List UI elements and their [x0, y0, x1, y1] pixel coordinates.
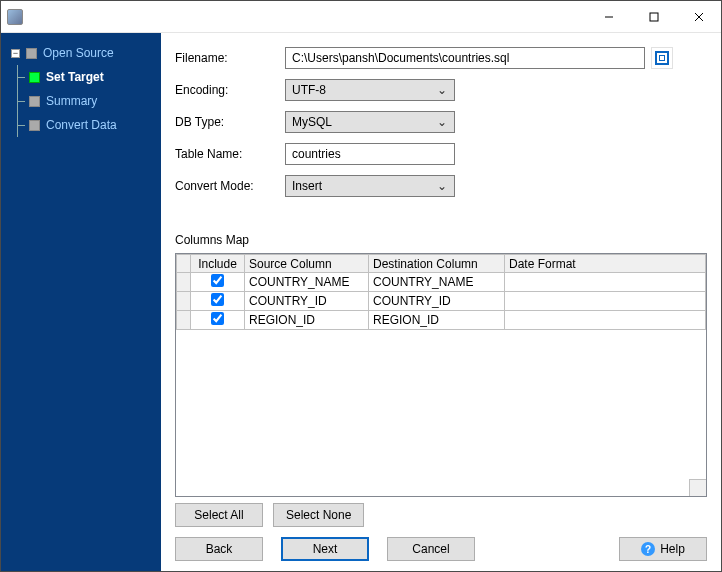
- destination-cell[interactable]: COUNTRY_NAME: [369, 273, 505, 292]
- step-summary[interactable]: Summary: [1, 89, 161, 113]
- include-checkbox[interactable]: [211, 274, 224, 287]
- step-marker-icon: [26, 48, 37, 59]
- include-checkbox[interactable]: [211, 293, 224, 306]
- include-cell[interactable]: [191, 311, 245, 330]
- browse-icon: [655, 51, 669, 65]
- step-set-target[interactable]: Set Target: [1, 65, 161, 89]
- step-label: Open Source: [43, 46, 114, 60]
- row-header-cell[interactable]: [177, 311, 191, 330]
- browse-button[interactable]: [651, 47, 673, 69]
- filename-input[interactable]: [285, 47, 645, 69]
- minimize-button[interactable]: [586, 2, 631, 32]
- destination-cell[interactable]: REGION_ID: [369, 311, 505, 330]
- step-open-source[interactable]: − Open Source: [1, 41, 161, 65]
- encoding-label: Encoding:: [175, 83, 285, 97]
- cancel-button[interactable]: Cancel: [387, 537, 475, 561]
- wizard-window: − Open Source Set Target Summary Convert…: [0, 0, 722, 572]
- source-cell[interactable]: COUNTRY_NAME: [245, 273, 369, 292]
- columns-map-title: Columns Map: [175, 233, 707, 247]
- titlebar: [1, 1, 721, 33]
- include-cell[interactable]: [191, 292, 245, 311]
- source-cell[interactable]: COUNTRY_ID: [245, 292, 369, 311]
- tree-collapse-icon[interactable]: −: [11, 49, 20, 58]
- row-header-cell[interactable]: [177, 273, 191, 292]
- svg-rect-1: [650, 13, 658, 21]
- convertmode-value: Insert: [292, 179, 322, 193]
- wizard-steps-sidebar: − Open Source Set Target Summary Convert…: [1, 33, 161, 571]
- table-row[interactable]: COUNTRY_NAMECOUNTRY_NAME: [177, 273, 706, 292]
- row-header-cell[interactable]: [177, 292, 191, 311]
- filename-label: Filename:: [175, 51, 285, 65]
- chevron-down-icon: ⌄: [434, 179, 450, 193]
- step-label: Summary: [46, 94, 97, 108]
- close-button[interactable]: [676, 2, 721, 32]
- help-button[interactable]: ? Help: [619, 537, 707, 561]
- columns-header-row: Include Source Column Destination Column…: [177, 255, 706, 273]
- main-panel: Filename: Encoding: UTF-8 ⌄ DB Type: MyS…: [161, 33, 721, 571]
- row-header-corner: [177, 255, 191, 273]
- step-marker-icon: [29, 96, 40, 107]
- source-cell[interactable]: REGION_ID: [245, 311, 369, 330]
- encoding-value: UTF-8: [292, 83, 326, 97]
- encoding-select[interactable]: UTF-8 ⌄: [285, 79, 455, 101]
- maximize-button[interactable]: [631, 2, 676, 32]
- dateformat-cell[interactable]: [505, 311, 706, 330]
- include-cell[interactable]: [191, 273, 245, 292]
- chevron-down-icon: ⌄: [434, 115, 450, 129]
- col-include-header[interactable]: Include: [191, 255, 245, 273]
- back-button[interactable]: Back: [175, 537, 263, 561]
- app-icon: [7, 9, 23, 25]
- dbtype-value: MySQL: [292, 115, 332, 129]
- convertmode-select[interactable]: Insert ⌄: [285, 175, 455, 197]
- scrollbar-corner: [689, 479, 706, 496]
- destination-cell[interactable]: COUNTRY_ID: [369, 292, 505, 311]
- dbtype-select[interactable]: MySQL ⌄: [285, 111, 455, 133]
- columns-map-grid: Include Source Column Destination Column…: [175, 253, 707, 497]
- table-row[interactable]: COUNTRY_IDCOUNTRY_ID: [177, 292, 706, 311]
- convertmode-label: Convert Mode:: [175, 179, 285, 193]
- step-label: Convert Data: [46, 118, 117, 132]
- select-none-button[interactable]: Select None: [273, 503, 364, 527]
- step-marker-icon: [29, 120, 40, 131]
- table-row[interactable]: REGION_IDREGION_ID: [177, 311, 706, 330]
- dateformat-cell[interactable]: [505, 292, 706, 311]
- chevron-down-icon: ⌄: [434, 83, 450, 97]
- select-all-button[interactable]: Select All: [175, 503, 263, 527]
- help-icon: ?: [641, 542, 655, 556]
- step-label: Set Target: [46, 70, 104, 84]
- col-destination-header[interactable]: Destination Column: [369, 255, 505, 273]
- help-label: Help: [660, 542, 685, 556]
- tablename-input[interactable]: [285, 143, 455, 165]
- tablename-label: Table Name:: [175, 147, 285, 161]
- include-checkbox[interactable]: [211, 312, 224, 325]
- next-button[interactable]: Next: [281, 537, 369, 561]
- col-dateformat-header[interactable]: Date Format: [505, 255, 706, 273]
- dbtype-label: DB Type:: [175, 115, 285, 129]
- dateformat-cell[interactable]: [505, 273, 706, 292]
- step-convert-data[interactable]: Convert Data: [1, 113, 161, 137]
- step-marker-icon: [29, 72, 40, 83]
- col-source-header[interactable]: Source Column: [245, 255, 369, 273]
